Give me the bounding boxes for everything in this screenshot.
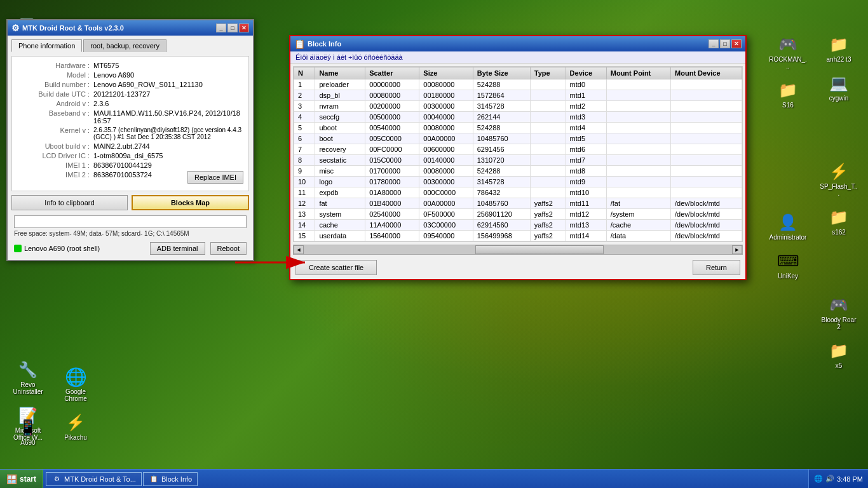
mtk-maximize-button[interactable]: □ [227,24,238,32]
tab-phone-information[interactable]: Phone information [11,39,82,52]
status-text: Free space: system- 49M; data- 57M; sdca… [14,230,189,237]
cell-n: 4 [294,112,315,123]
taskbar-mtk-label: MTK Droid Root & To... [64,475,136,483]
col-header-n: N [294,67,315,79]
taskbar-blockinfo-icon: 📋 [149,474,159,484]
rockman-icon: 🎮 [778,34,798,55]
cell-type [530,79,566,90]
cell-name: system [315,209,365,220]
imei2-label: IMEI 2 : [17,171,93,184]
cell-device: mtd13 [566,220,606,231]
block-info-subtitle: Éìôì äìäoëý ì áét ÷ìûó óñóèéñòääà [290,51,745,64]
scroll-track[interactable] [304,245,732,254]
horizontal-scrollbar[interactable]: ◄ ► [293,245,743,255]
kernel-label: Kernel v : [17,126,93,140]
table-row: 13system025400000F500000256901120yaffs2m… [294,209,742,220]
replace-imei-button[interactable]: Replace IMEI [187,171,243,184]
status-input[interactable] [14,215,247,228]
cell-scatter: 02540000 [365,209,419,220]
desktop-icon-spflash[interactable]: ⚡ SP_Flash_T... [817,159,860,200]
start-button[interactable]: 🪟 start [0,470,43,488]
cell-mount_device [671,90,742,101]
block-info-table-container[interactable]: N Name Scatter Size Byte Size Type Devic… [293,66,743,242]
table-row: 9misc0170000000080000524288mtd8 [294,166,742,177]
cell-type [530,144,566,155]
imei2-value: 863867010053724 [93,171,187,184]
taskbar-item-blockinfo[interactable]: 📋 Block Info [143,472,198,486]
desktop-icons-right3: ⚡ SP_Flash_T... 📁 s162 [817,159,862,238]
return-button[interactable]: Return [693,260,740,275]
phone-info-section: Hardware : MT6575 Model : Lenovo A690 Bu… [11,56,249,191]
table-row: 15userdata1564000009540000156499968yaffs… [294,231,742,241]
cell-type [530,90,566,101]
cell-n: 10 [294,177,315,187]
table-row: 12fat01B4000000A0000010485760yaffs2mtd11… [294,198,742,209]
cell-type: yaffs2 [530,209,566,220]
cell-mount_device [671,133,742,144]
desktop-icon-pikachu[interactable]: ⚡ Pikachu [54,410,97,444]
cell-size: 00080000 [419,123,473,133]
info-to-clipboard-button[interactable]: Info to clipboard [11,195,128,210]
table-row: 14cache11A4000003C0000062914560yaffs2mtd… [294,220,742,231]
desktop-icon-x5[interactable]: 📁 x5 [817,338,860,372]
mtk-minimize-button[interactable]: _ [216,24,226,32]
desktop-icon-revo[interactable]: 🔧 Revo Uninstaller [6,357,50,398]
mtk-title-text: MTK Droid Root & Tools v2.3.0 [22,24,124,32]
hardware-row: Hardware : MT6575 [17,62,243,69]
col-header-size: Size [419,67,473,79]
x5-icon: 📁 [829,341,849,361]
cell-type [530,133,566,144]
scroll-right-button[interactable]: ► [732,245,742,254]
blocks-map-button[interactable]: Blocks Map [132,195,249,210]
desktop-icon-rockman[interactable]: 🎮 ROCKMAN_... [766,32,810,72]
desktop-icon-admin[interactable]: 👤 Administrator [766,210,810,243]
mtk-window-controls: _ □ ✕ [216,24,249,32]
block-info-maximize-button[interactable]: □ [720,39,730,48]
block-info-close-button[interactable]: ✕ [731,39,742,48]
desktop-icons-bottom-left2: 🌐 Google Chrome ⚡ Pikachu [54,364,98,444]
desktop-icon-s16[interactable]: 📁 S16 [766,78,810,111]
taskbar-item-mtk[interactable]: ⚙ MTK Droid Root & To... [46,472,142,486]
cell-type [530,166,566,177]
admin-label: Administrator [770,234,807,241]
scroll-thumb[interactable] [475,245,604,254]
cell-n: 8 [294,155,315,166]
main-button-row: Info to clipboard Blocks Map [11,195,249,210]
cell-mount_point [606,112,670,123]
rockman-label: ROCKMAN_... [769,56,807,70]
cell-name: dsp_bl [315,90,365,101]
cell-mount_point [606,144,670,155]
cell-n: 1 [294,79,315,90]
cell-device: mtd4 [566,123,606,133]
cell-n: 13 [294,209,315,220]
status-bar: Free space: system- 49M; data- 57M; sdca… [11,214,249,238]
desktop-icon-chrome[interactable]: 🌐 Google Chrome [54,364,97,405]
connection-label: Lenovo A690 (root shell) [24,245,100,252]
taskbar-mtk-icon: ⚙ [51,474,62,484]
cell-mount_point [606,101,670,112]
desktop-icon-cygwin[interactable]: 💻 cygwin [817,71,860,104]
adb-terminal-button[interactable]: ADB terminal [150,242,205,255]
cell-type [530,177,566,187]
imei1-label: IMEI 1 : [17,161,93,169]
desktop-icons-right: 📁 anh22 t3 💻 cygwin [817,32,862,104]
block-info-titlebar: 📋 Block Info _ □ ✕ [290,36,745,51]
mtk-close-button[interactable]: ✕ [239,24,249,32]
desktop-icon-unikey[interactable]: ⌨ UniKey [766,248,810,282]
desktop-icon-anh22[interactable]: 📁 anh22 t3 [817,32,860,65]
bloody-roar-icon: 🎮 [829,295,849,315]
desktop-icon-s162[interactable]: 📁 s162 [817,205,860,238]
desktop-icon-a690[interactable]: 📱 A690 [6,415,50,449]
cell-size: 00A00000 [419,198,473,209]
desktop-icon-bloody-roar[interactable]: 🎮 Bloody Roar 2 [817,292,860,333]
cell-size: 000C0000 [419,187,473,198]
lcd-driver-label: LCD Driver IC : [17,152,93,159]
table-row: 10logo01780000003000003145728mtd9 [294,177,742,187]
block-info-minimize-button[interactable]: _ [709,39,719,48]
connection-indicator [14,245,22,252]
tab-root-backup[interactable]: root, backup, recovery [83,39,166,52]
cell-size: 00180000 [419,90,473,101]
cell-device: mtd0 [566,79,606,90]
uboot-row: Uboot build v : MAIN2.2.ubt.2744 [17,142,243,150]
cell-device: mtd5 [566,133,606,144]
